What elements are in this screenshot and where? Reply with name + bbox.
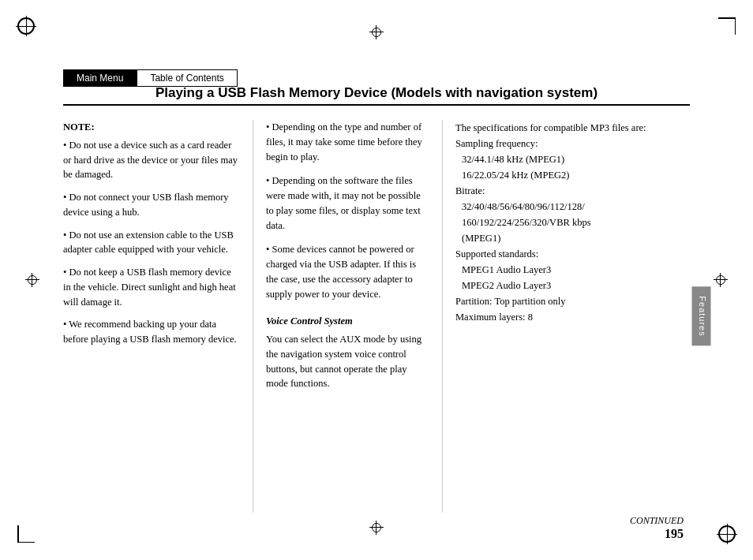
registration-mark-tl <box>17 17 35 35</box>
sampling-value-2: 16/22.05/24 kHz (MPEG2) <box>455 167 690 183</box>
max-layers-label: Maximum layers: 8 <box>455 309 690 325</box>
registration-mark-br <box>718 525 736 543</box>
list-item: Do not connect your USB flash memory dev… <box>63 190 240 220</box>
supported-value-2: MPEG2 Audio Layer3 <box>455 278 690 293</box>
page-title: Playing a USB Flash Memory Device (Model… <box>63 85 690 106</box>
left-column: NOTE: Do not use a device such as a card… <box>63 120 253 513</box>
crosshair-bottom <box>369 521 384 535</box>
page-title-area: Playing a USB Flash Memory Device (Model… <box>63 85 690 106</box>
content-area: NOTE: Do not use a device such as a card… <box>63 120 690 513</box>
specs-intro: The specifications for compatible MP3 fi… <box>455 120 690 136</box>
bitrate-value-2: 160/192/224/256/320/VBR kbps <box>455 215 690 230</box>
list-item: Do not use an extension cable to the USB… <box>63 228 240 258</box>
crosshair-left <box>25 273 39 287</box>
crosshair-top <box>369 25 384 39</box>
sampling-label: Sampling frequency: <box>455 136 690 151</box>
nav-bar: Main Menu Table of Contents <box>63 69 238 87</box>
list-item: We recommend backing up your data before… <box>63 317 240 347</box>
features-label: Features <box>691 286 710 345</box>
middle-column: Depending on the type and number of file… <box>253 120 442 513</box>
list-item: Some devices cannot be powered or charge… <box>266 242 429 301</box>
right-column: The specifications for compatible MP3 fi… <box>442 120 690 513</box>
sampling-value-1: 32/44.1/48 kHz (MPEG1) <box>455 151 690 167</box>
registration-mark-bl <box>17 525 35 543</box>
list-item: Depending on the type and number of file… <box>266 120 429 164</box>
registration-mark-tr <box>718 17 736 35</box>
continued-label: CONTINUED <box>630 515 684 527</box>
bitrate-value-3: (MPEG1) <box>455 230 690 246</box>
bitrate-value-1: 32/40/48/56/64/80/96/112/128/ <box>455 199 690 215</box>
list-item: Depending on the software the files were… <box>266 174 429 233</box>
list-item: Do not keep a USB flash memory device in… <box>63 265 240 309</box>
voice-control-text: You can select the AUX mode by using the… <box>266 332 429 391</box>
table-of-contents-button[interactable]: Table of Contents <box>137 69 237 87</box>
list-item: Do not use a device such as a card reade… <box>63 138 240 182</box>
page-number: 195 <box>665 527 684 541</box>
crosshair-right <box>714 273 728 287</box>
voice-control-heading: Voice Control System <box>266 314 429 329</box>
supported-value-1: MPEG1 Audio Layer3 <box>455 262 690 278</box>
main-menu-button[interactable]: Main Menu <box>63 69 137 87</box>
bitrate-label: Bitrate: <box>455 183 690 199</box>
note-heading: NOTE: <box>63 120 240 135</box>
partition-label: Partition: Top partition only <box>455 293 690 309</box>
supported-label: Supported standards: <box>455 246 690 262</box>
